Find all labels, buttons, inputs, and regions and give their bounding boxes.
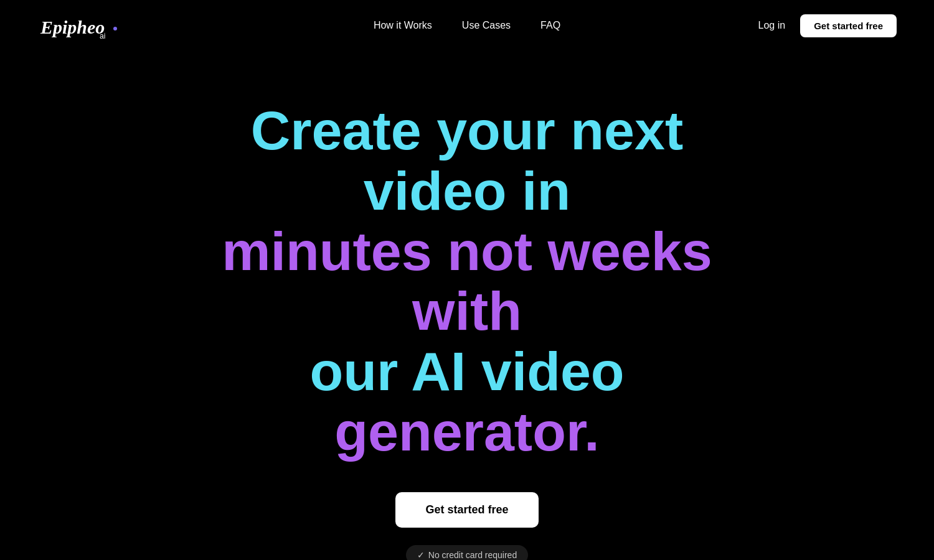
nav-link-how-it-works[interactable]: How it Works [374, 20, 432, 30]
get-started-hero-button[interactable]: Get started free [395, 492, 538, 528]
checkmark-icon: ✓ [417, 550, 425, 560]
nav-item-faq[interactable]: FAQ [540, 20, 560, 31]
hero-title-line1: Create your next video in [251, 100, 683, 222]
svg-point-2 [113, 27, 117, 30]
get-started-nav-button[interactable]: Get started free [800, 14, 897, 37]
hero-title-line3-purple: generator. [334, 401, 599, 462]
nav-links: How it Works Use Cases FAQ [374, 20, 560, 31]
login-link[interactable]: Log in [758, 20, 786, 31]
logo[interactable]: Epipheo ai [37, 10, 118, 41]
svg-text:Epipheo: Epipheo [40, 17, 105, 37]
logo-svg: Epipheo ai [37, 10, 118, 41]
no-credit-card-badge: ✓ No credit card required [406, 545, 528, 560]
nav-right: Log in Get started free [758, 14, 897, 37]
nav-item-use-cases[interactable]: Use Cases [462, 20, 511, 31]
nav-item-how-it-works[interactable]: How it Works [374, 20, 432, 31]
nav-link-faq[interactable]: FAQ [540, 20, 560, 30]
hero-title: Create your next video in minutes not we… [187, 101, 747, 462]
hero-title-line2: minutes not weeks with [222, 220, 712, 342]
nav-link-use-cases[interactable]: Use Cases [462, 20, 511, 30]
no-credit-card-text: No credit card required [428, 550, 517, 560]
svg-text:ai: ai [100, 32, 105, 40]
hero-section: Create your next video in minutes not we… [0, 51, 934, 560]
navigation: Epipheo ai How it Works Use Cases FAQ Lo… [0, 0, 934, 51]
hero-cta-group: Get started free ✓ No credit card requir… [25, 492, 909, 560]
hero-title-line3-cyan: our AI video [309, 340, 624, 402]
